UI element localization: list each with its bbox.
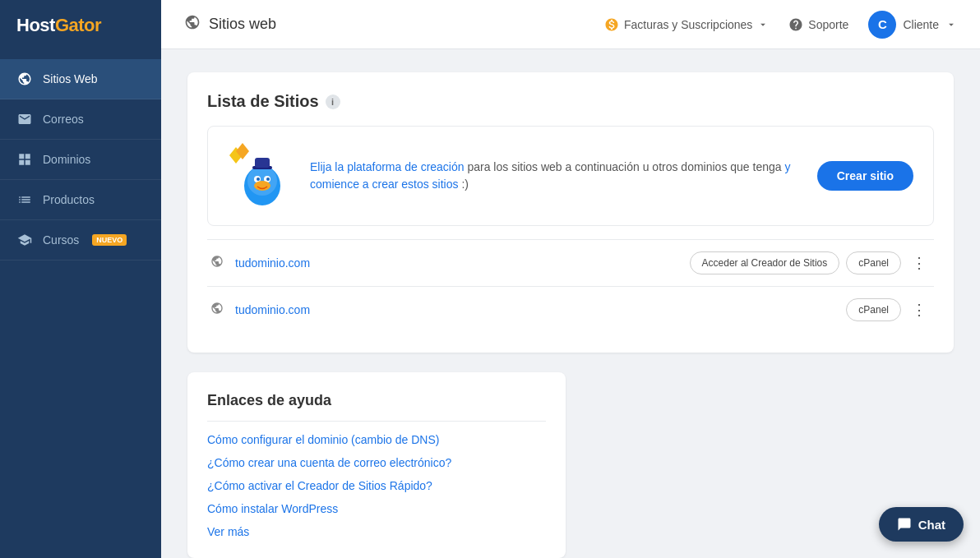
facturas-button[interactable]: Facturas y Suscripciones: [604, 17, 769, 32]
sidebar-item-productos[interactable]: Productos: [0, 180, 161, 220]
help-link-4[interactable]: Ver más: [207, 525, 546, 538]
svg-rect-10: [255, 158, 270, 168]
logo-host: Host: [16, 15, 55, 35]
main-area: Sitios web Facturas y Suscripciones Sopo…: [161, 0, 980, 558]
more-options-button-2[interactable]: ⋮: [908, 298, 931, 321]
header-right: Facturas y Suscripciones Soporte C Clien…: [604, 11, 957, 39]
domain-actions: cPanel ⋮: [846, 298, 931, 321]
nuevo-badge: NUEVO: [92, 234, 127, 246]
cliente-menu[interactable]: C Cliente: [868, 11, 957, 39]
content-area: Lista de Sitios i: [161, 49, 980, 558]
info-icon[interactable]: i: [326, 95, 340, 109]
sidebar-item-label: Productos: [43, 193, 95, 206]
mascot-illustration: [228, 143, 294, 209]
avatar: C: [868, 11, 896, 39]
cpanel-button-2[interactable]: cPanel: [846, 298, 901, 321]
header: Sitios web Facturas y Suscripciones Sopo…: [161, 0, 980, 49]
soporte-button[interactable]: Soporte: [788, 17, 848, 32]
courses-icon: [16, 232, 33, 248]
page-globe-icon: [184, 14, 201, 35]
chat-icon: [897, 517, 912, 532]
acceder-button[interactable]: Acceder al Creador de Sitios: [690, 251, 840, 274]
domain-row: tudominio.com cPanel ⋮: [207, 286, 934, 333]
svg-point-6: [257, 178, 260, 181]
soporte-label: Soporte: [808, 18, 848, 31]
facturas-label: Facturas y Suscripciones: [624, 18, 752, 31]
domain-actions: Acceder al Creador de Sitios cPanel ⋮: [690, 251, 931, 274]
page-title: Sitios web: [209, 16, 276, 33]
globe-icon: [16, 71, 33, 87]
banner-link1[interactable]: Elija la plataforma de creación: [310, 160, 465, 173]
help-title: Enlaces de ayuda: [207, 392, 546, 422]
cpanel-button[interactable]: cPanel: [846, 251, 901, 274]
list-icon: [16, 191, 33, 208]
create-site-button[interactable]: Crear sitio: [817, 161, 913, 191]
card-title: Lista de Sitios i: [207, 92, 934, 111]
banner-text: Elija la plataforma de creación para los…: [310, 159, 801, 193]
sidebar: HostGator Sitios Web Correos Dominios P: [0, 0, 161, 558]
sidebar-item-sitios-web[interactable]: Sitios Web: [0, 59, 161, 99]
sidebar-item-label: Cursos: [43, 233, 79, 247]
sidebar-item-label: Sitios Web: [43, 72, 98, 85]
cliente-label: Cliente: [903, 18, 939, 31]
sidebar-item-correos[interactable]: Correos: [0, 99, 161, 140]
header-title-area: Sitios web: [184, 14, 591, 35]
domain-globe-icon: [210, 255, 224, 271]
chevron-down-icon: [945, 19, 957, 30]
logo: HostGator: [0, 0, 161, 51]
svg-point-7: [266, 178, 270, 181]
chat-label: Chat: [918, 518, 945, 532]
help-link-1[interactable]: ¿Cómo crear una cuenta de correo electró…: [207, 456, 546, 469]
help-link-2[interactable]: ¿Cómo activar el Creador de Sitios Rápid…: [207, 479, 546, 492]
sidebar-item-label: Correos: [43, 113, 84, 126]
sidebar-item-cursos[interactable]: Cursos NUEVO: [0, 220, 161, 261]
promo-banner: Elija la plataforma de creación para los…: [207, 126, 934, 226]
sidebar-nav: Sitios Web Correos Dominios Productos Cu: [0, 59, 161, 261]
sites-list-card: Lista de Sitios i: [187, 72, 954, 353]
chat-button[interactable]: Chat: [879, 507, 964, 542]
email-icon: [16, 111, 33, 127]
help-card: Enlaces de ayuda Cómo configurar el domi…: [187, 372, 566, 558]
more-options-button[interactable]: ⋮: [908, 251, 931, 274]
help-links: Cómo configurar el dominio (cambio de DN…: [207, 433, 546, 538]
domain-row: tudominio.com Acceder al Creador de Siti…: [207, 239, 934, 286]
sidebar-item-dominios[interactable]: Dominios: [0, 140, 161, 180]
help-link-3[interactable]: Cómo instalar WordPress: [207, 502, 546, 515]
domain-name[interactable]: tudominio.com: [235, 256, 682, 270]
help-link-0[interactable]: Cómo configurar el dominio (cambio de DN…: [207, 433, 546, 446]
logo-gator: Gator: [55, 15, 101, 35]
domain-globe-icon: [210, 302, 224, 318]
sidebar-item-label: Dominios: [43, 153, 90, 166]
grid-icon: [16, 151, 33, 168]
domain-name[interactable]: tudominio.com: [235, 303, 838, 316]
